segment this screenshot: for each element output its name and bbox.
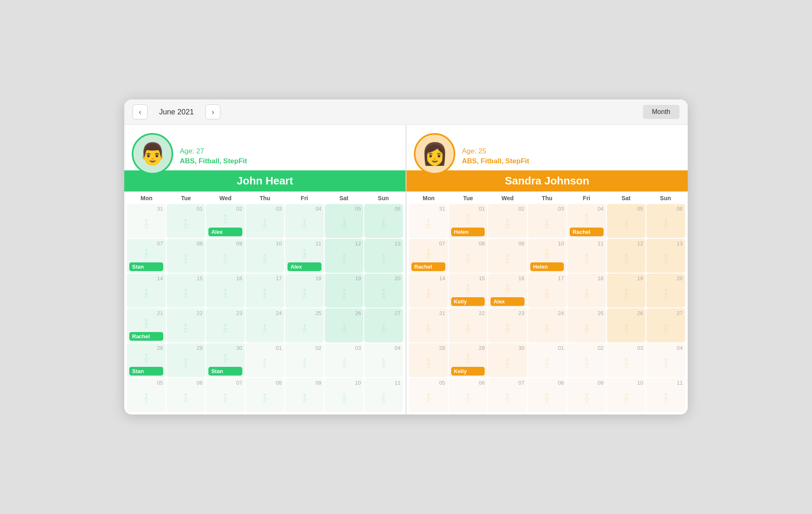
svg-line-497: [626, 400, 628, 403]
cal-cell-1-4[interactable]: 11 Alex: [285, 239, 324, 273]
fitness-icon: [129, 247, 163, 262]
cell-number: 09: [208, 240, 242, 247]
fitness-icon: [169, 282, 203, 306]
svg-line-17: [225, 221, 227, 224]
cal-cell-4-0[interactable]: 28 Stan: [127, 343, 166, 377]
svg-point-174: [184, 359, 187, 361]
week-row-2: 14 15 16 17: [127, 274, 403, 308]
svg-line-197: [304, 365, 306, 368]
svg-line-436: [506, 365, 508, 368]
svg-line-502: [664, 400, 666, 403]
cal-cell-4-4: 02: [285, 343, 324, 377]
next-button[interactable]: ›: [205, 104, 220, 119]
svg-line-275: [547, 226, 549, 229]
day-header-mon: Mon: [409, 192, 448, 203]
day-header-fri: Fri: [285, 192, 324, 203]
cal-cell-5-4: 09: [567, 378, 606, 412]
svg-line-142: [224, 330, 225, 333]
svg-point-288: [665, 219, 667, 222]
svg-line-496: [625, 400, 626, 403]
event-badge[interactable]: Helen: [451, 228, 485, 236]
cal-cell-3-0[interactable]: 21 Rachel: [127, 308, 166, 342]
svg-point-378: [427, 324, 430, 326]
cell-number: 21: [411, 310, 445, 317]
fitness-icon: [451, 247, 485, 271]
fitness-icon: [169, 212, 203, 236]
cell-number: 31: [129, 206, 163, 212]
svg-point-162: [382, 324, 385, 326]
svg-line-503: [666, 400, 667, 403]
event-badge[interactable]: Kelly: [451, 297, 485, 306]
cell-number: 02: [208, 206, 242, 212]
svg-point-372: [665, 289, 667, 291]
svg-line-286: [625, 226, 626, 229]
event-badge[interactable]: Alex: [208, 228, 242, 236]
cell-number: 04: [367, 345, 401, 352]
event-badge[interactable]: Helen: [530, 262, 564, 271]
fitness-icon: [248, 282, 282, 306]
cal-cell-1-3[interactable]: 10 Helen: [528, 239, 567, 273]
cal-cell-2-1[interactable]: 15 Kelly: [449, 274, 488, 308]
view-month-button[interactable]: Month: [643, 105, 679, 119]
event-badge[interactable]: Alex: [491, 297, 524, 306]
profile-info-john: Age: 27ABS, Fitball, StepFit: [180, 147, 398, 170]
svg-line-448: [585, 365, 587, 368]
cell-number: 06: [367, 206, 401, 212]
week-row-2: 14 15 Kelly16 Alex17: [409, 274, 685, 308]
calendars-row: 👨Age: 27ABS, Fitball, StepFitJohn HeartM…: [124, 125, 688, 415]
fitness-icon: [411, 317, 445, 341]
svg-line-322: [585, 261, 587, 264]
svg-line-52: [184, 261, 186, 264]
cal-cell-4-1[interactable]: 29 Kelly: [449, 343, 488, 377]
fitness-icon: [649, 212, 683, 236]
cell-number: 04: [288, 206, 321, 212]
svg-line-94: [184, 296, 186, 298]
svg-point-42: [145, 249, 147, 252]
svg-line-400: [545, 330, 547, 333]
svg-line-250: [382, 400, 384, 403]
svg-point-216: [184, 393, 187, 396]
svg-line-35: [344, 226, 346, 229]
fitness-icon: [288, 352, 321, 376]
svg-point-462: [427, 393, 430, 396]
svg-line-370: [625, 296, 626, 298]
prev-button[interactable]: ‹: [133, 104, 147, 119]
event-badge[interactable]: Rachel: [129, 332, 163, 341]
svg-line-106: [263, 296, 265, 298]
svg-line-130: [145, 325, 146, 328]
cal-cell-0-4[interactable]: 04 Rachel: [567, 204, 606, 238]
cal-cell-0-1[interactable]: 01 Helen: [449, 204, 488, 238]
cal-cell-1-2: 09: [488, 239, 527, 273]
svg-line-239: [304, 400, 306, 403]
svg-line-107: [265, 296, 266, 298]
svg-line-47: [146, 256, 148, 259]
event-badge[interactable]: Rachel: [411, 262, 445, 271]
svg-line-382: [427, 330, 428, 333]
svg-line-466: [427, 400, 428, 403]
cal-cell-0-2[interactable]: 02 Alex: [206, 204, 245, 238]
event-badge[interactable]: Stan: [129, 367, 163, 376]
app-container: ‹ June 2021 › Month 👨Age: 27ABS, Fitball…: [124, 99, 688, 415]
fitness-icon: [530, 352, 564, 376]
svg-line-304: [466, 261, 468, 264]
cell-number: 20: [367, 275, 401, 282]
svg-line-485: [547, 400, 549, 403]
fitness-icon: [491, 386, 524, 410]
svg-point-24: [303, 219, 306, 222]
svg-line-208: [382, 365, 384, 368]
svg-point-258: [466, 214, 469, 217]
cell-number: 05: [129, 380, 163, 386]
event-badge[interactable]: Kelly: [451, 367, 485, 376]
svg-line-160: [343, 330, 344, 333]
svg-line-244: [343, 400, 344, 403]
cal-cell-1-0[interactable]: 07 Stan: [127, 239, 166, 273]
event-badge[interactable]: Alex: [288, 262, 321, 271]
cell-number: 28: [411, 345, 445, 352]
day-header-thu: Thu: [245, 192, 285, 203]
event-badge[interactable]: Rachel: [570, 228, 604, 236]
cal-cell-4-2[interactable]: 30 Stan: [206, 343, 245, 377]
cal-cell-2-2[interactable]: 16 Alex: [488, 274, 527, 308]
cal-cell-1-0[interactable]: 07 Rachel: [409, 239, 448, 273]
event-badge[interactable]: Stan: [129, 262, 163, 271]
event-badge[interactable]: Stan: [208, 367, 242, 376]
